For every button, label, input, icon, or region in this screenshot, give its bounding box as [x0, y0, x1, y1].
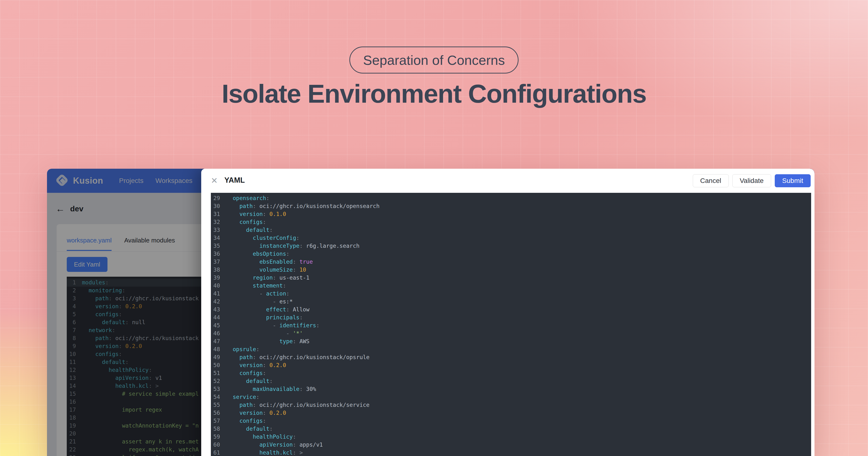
code-line: 40 statement: — [211, 282, 811, 290]
code-line: 32 configs: — [211, 218, 811, 226]
line-number: 51 — [213, 369, 220, 377]
line-number: 33 — [213, 226, 220, 234]
code-line: 53 maxUnavailable: 30% — [211, 385, 811, 393]
line-number: 29 — [213, 194, 220, 202]
code-line: 56 version: 0.2.0 — [211, 409, 811, 417]
line-number: 43 — [213, 306, 220, 313]
line-number: 38 — [213, 266, 220, 274]
code-line: 39 region: us-east-1 — [211, 274, 811, 282]
line-number: 47 — [213, 337, 220, 345]
code-line: 44 principals: — [211, 313, 811, 322]
line-number: 34 — [213, 234, 220, 242]
line-number: 48 — [213, 345, 220, 353]
line-number: 57 — [213, 417, 220, 425]
submit-button[interactable]: Submit — [775, 174, 811, 187]
code-line: 29 opensearch: — [211, 194, 811, 202]
page-title: Isolate Environment Configurations — [0, 79, 868, 109]
code-line: 34 clusterConfig: — [211, 234, 811, 242]
line-number: 56 — [213, 409, 220, 417]
code-line: 59 healthPolicy: — [211, 433, 811, 441]
line-number: 55 — [213, 401, 220, 409]
line-number: 30 — [213, 202, 220, 210]
modal-header: ✕ YAML Cancel Validate Submit — [201, 169, 814, 193]
line-number: 45 — [213, 322, 220, 330]
line-number: 52 — [213, 377, 220, 385]
line-number: 42 — [213, 298, 220, 306]
line-number: 35 — [213, 242, 220, 250]
code-line: 49 path: oci://ghcr.io/kusionstack/opsru… — [211, 353, 811, 361]
code-line: 42 - es:* — [211, 298, 811, 306]
line-number: 46 — [213, 330, 220, 337]
code-line: 41 - action: — [211, 290, 811, 298]
code-line: 48 opsrule: — [211, 345, 811, 353]
code-line: 51 configs: — [211, 369, 811, 377]
code-line: 54 service: — [211, 393, 811, 401]
line-number: 53 — [213, 385, 220, 393]
line-number: 39 — [213, 274, 220, 282]
code-line: 61 health.kcl: > — [211, 449, 811, 456]
line-number: 41 — [213, 290, 220, 298]
line-number: 59 — [213, 433, 220, 441]
code-line: 30 path: oci://ghcr.io/kusionstack/opens… — [211, 202, 811, 210]
line-number: 32 — [213, 218, 220, 226]
code-line: 55 path: oci://ghcr.io/kusionstack/servi… — [211, 401, 811, 409]
code-line: 33 default: — [211, 226, 811, 234]
line-number: 60 — [213, 441, 220, 449]
modal-actions: Cancel Validate Submit — [693, 174, 811, 187]
line-number: 50 — [213, 361, 220, 369]
code-line: 36 ebsOptions: — [211, 250, 811, 258]
line-number: 58 — [213, 425, 220, 433]
code-line: 58 default: — [211, 425, 811, 433]
code-line: 37 ebsEnabled: true — [211, 258, 811, 266]
line-number: 49 — [213, 353, 220, 361]
code-line: 43 effect: Allow — [211, 306, 811, 313]
line-number: 54 — [213, 393, 220, 401]
code-line: 46 - '*' — [211, 330, 811, 337]
close-icon[interactable]: ✕ — [211, 176, 218, 185]
code-line: 31 version: 0.1.0 — [211, 210, 811, 218]
line-number: 40 — [213, 282, 220, 290]
code-line: 47 type: AWS — [211, 337, 811, 345]
validate-button[interactable]: Validate — [732, 174, 771, 187]
line-number: 31 — [213, 210, 220, 218]
code-line: 38 volumeSize: 10 — [211, 266, 811, 274]
modal-title: YAML — [224, 176, 245, 185]
code-line: 57 configs: — [211, 417, 811, 425]
line-number: 61 — [213, 449, 220, 456]
code-line: 45 - identifiers: — [211, 322, 811, 330]
kusion-app-window: Kusion Projects Workspaces ← dev workspa… — [47, 169, 814, 456]
cancel-button[interactable]: Cancel — [693, 174, 729, 187]
code-line: 52 default: — [211, 377, 811, 385]
line-number: 37 — [213, 258, 220, 266]
code-line: 50 version: 0.2.0 — [211, 361, 811, 369]
code-line: 60 apiVersion: apps/v1 — [211, 441, 811, 449]
line-number: 44 — [213, 313, 220, 322]
modal-yaml-editor[interactable]: 29 opensearch:30 path: oci://ghcr.io/kus… — [211, 193, 811, 456]
yaml-modal: ✕ YAML Cancel Validate Submit 29 opensea… — [201, 169, 814, 456]
hero-badge: Separation of Concerns — [349, 47, 519, 73]
code-line: 35 instanceType: r6g.large.search — [211, 242, 811, 250]
line-number: 36 — [213, 250, 220, 258]
